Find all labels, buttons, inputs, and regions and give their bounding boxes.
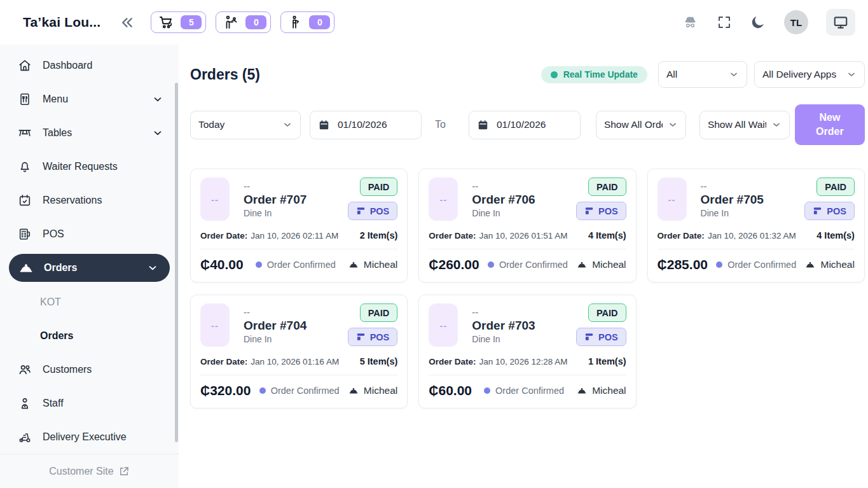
- order-number: Order #703: [472, 319, 535, 333]
- order-date-value: Jan 10, 2026 01:51 AM: [479, 231, 568, 241]
- order-waiter: Micheal: [576, 385, 626, 396]
- sidebar-subitem-orders[interactable]: Orders: [0, 319, 179, 352]
- moon-icon[interactable]: [750, 14, 766, 31]
- status-dot: [488, 261, 494, 268]
- sidebar-item-label: Orders: [44, 262, 77, 274]
- card-divider: [200, 249, 397, 249]
- sidebar-item-label: Delivery Executive: [43, 431, 127, 443]
- sidebar-item-reservations[interactable]: Reservations: [0, 183, 179, 217]
- waiter-serving-icon: [223, 15, 239, 30]
- pos-terminal-mini-icon: [584, 206, 594, 216]
- sidebar-scrollbar[interactable]: [175, 83, 178, 442]
- to-label: To: [435, 119, 446, 130]
- chevron-down-icon: [668, 120, 678, 130]
- delivery-count-badge: 0: [309, 15, 330, 29]
- status-label: Order Confirmed: [267, 260, 336, 270]
- monitor-button[interactable]: [826, 9, 855, 36]
- sidebar-item-delivery-executive[interactable]: Delivery Executive: [0, 420, 179, 454]
- status-dot: [259, 387, 266, 394]
- pos-terminal-mini-icon: [356, 332, 366, 342]
- fullscreen-icon[interactable]: [717, 15, 732, 30]
- order-total: ₵40.00: [200, 257, 244, 272]
- waiter-filter-select[interactable]: Show All Waiters: [699, 111, 790, 139]
- pos-badge: POS: [348, 202, 398, 220]
- order-date-label: Order Date:: [658, 231, 705, 241]
- chevron-down-icon: [147, 262, 158, 274]
- order-status-select[interactable]: Show All Orders: [596, 111, 686, 139]
- sidebar-item-label: Dashboard: [43, 60, 92, 71]
- sidebar-item-label: Customers: [43, 364, 92, 375]
- status-label: Order Confirmed: [727, 260, 796, 270]
- topbar: Ta’kai Lou... 5 0 0: [0, 0, 868, 45]
- sidebar-item-label: Staff: [43, 398, 64, 409]
- card-divider: [429, 375, 626, 375]
- sidebar-item-menu[interactable]: Menu: [0, 82, 179, 116]
- date-from-input[interactable]: [336, 118, 413, 131]
- chevron-down-icon: [152, 94, 163, 105]
- staff-icon: [17, 396, 32, 410]
- chevron-down-icon: [152, 127, 163, 139]
- sidebar-item-label: Menu: [43, 94, 68, 105]
- card-divider: [429, 249, 626, 249]
- order-date-value: Jan 10, 2026 01:32 AM: [708, 231, 796, 241]
- paid-badge: PAID: [816, 178, 855, 196]
- sidebar-item-label: Waiter Requests: [43, 161, 118, 172]
- calendar-icon: [318, 119, 330, 131]
- date-to-input[interactable]: [495, 118, 572, 131]
- order-total: ₵320.00: [200, 383, 251, 398]
- paid-badge: PAID: [588, 178, 626, 196]
- order-thumbnail: --: [200, 303, 230, 347]
- order-total: ₵260.00: [429, 257, 479, 272]
- order-card[interactable]: -- -- Order #706 Dine In PAID POS Order …: [418, 169, 636, 282]
- pos-badge: POS: [348, 328, 398, 346]
- chevron-down-icon: [282, 120, 293, 130]
- cart-counter-button[interactable]: 5: [151, 11, 206, 33]
- new-order-button[interactable]: New Order: [795, 104, 865, 145]
- sidebar-subitem-kot[interactable]: KOT: [0, 285, 179, 319]
- card-divider: [200, 375, 397, 375]
- incognito-icon[interactable]: [682, 14, 699, 31]
- order-card[interactable]: -- -- Order #707 Dine In PAID POS Order …: [190, 169, 408, 282]
- topbar-actions: TL: [682, 9, 855, 36]
- waiter-name: Micheal: [592, 259, 626, 270]
- realtime-label: Real Time Update: [563, 69, 638, 80]
- order-date-label: Order Date:: [200, 357, 247, 366]
- sidebar-item-waiter-requests[interactable]: Waiter Requests: [0, 150, 179, 183]
- waiter-name: Micheal: [364, 259, 397, 270]
- order-status: Order Confirmed: [488, 260, 568, 270]
- order-card[interactable]: -- -- Order #704 Dine In PAID POS Order …: [190, 295, 408, 408]
- sidebar-item-dashboard[interactable]: Dashboard: [0, 48, 179, 82]
- cloche-icon: [576, 385, 588, 396]
- cart-count-badge: 5: [181, 15, 202, 29]
- cloche-icon: [804, 259, 816, 270]
- sidebar-item-staff[interactable]: Staff: [0, 386, 179, 420]
- order-card[interactable]: -- -- Order #705 Dine In PAID POS Order …: [647, 169, 865, 282]
- waiter-request-counter-button[interactable]: 0: [216, 11, 271, 33]
- order-customer-placeholder: --: [472, 307, 535, 317]
- avatar[interactable]: TL: [784, 10, 808, 34]
- chevron-down-icon: [729, 69, 739, 80]
- order-type-select[interactable]: All: [658, 61, 747, 88]
- order-type: Dine In: [472, 208, 535, 218]
- order-thumbnail: --: [658, 178, 687, 221]
- customer-site-link[interactable]: Customer Site: [0, 454, 179, 488]
- date-range-select[interactable]: Today: [190, 111, 301, 139]
- delivery-apps-select[interactable]: All Delivery Apps: [754, 61, 865, 88]
- customers-icon: [17, 363, 32, 377]
- order-card[interactable]: -- -- Order #703 Dine In PAID POS Order …: [418, 295, 636, 408]
- order-date-value: Jan 10, 2026 12:28 AM: [479, 357, 568, 366]
- order-customer-placeholder: --: [244, 307, 307, 317]
- sidebar-item-pos[interactable]: POS: [0, 217, 179, 251]
- order-waiter: Micheal: [576, 259, 626, 270]
- sidebar-collapse-button[interactable]: [120, 15, 135, 31]
- sidebar-item-orders[interactable]: Orders: [9, 254, 170, 282]
- realtime-dot: [551, 71, 558, 78]
- external-link-icon: [118, 466, 130, 477]
- order-type: Dine In: [244, 208, 307, 218]
- sidebar-item-customers[interactable]: Customers: [0, 352, 179, 386]
- sidebar-item-tables[interactable]: Tables: [0, 116, 179, 150]
- delivery-counter-button[interactable]: 0: [280, 11, 334, 33]
- order-date-value: Jan 10, 2026 01:16 AM: [251, 357, 339, 366]
- status-dot: [256, 261, 262, 268]
- cloche-icon: [576, 259, 588, 270]
